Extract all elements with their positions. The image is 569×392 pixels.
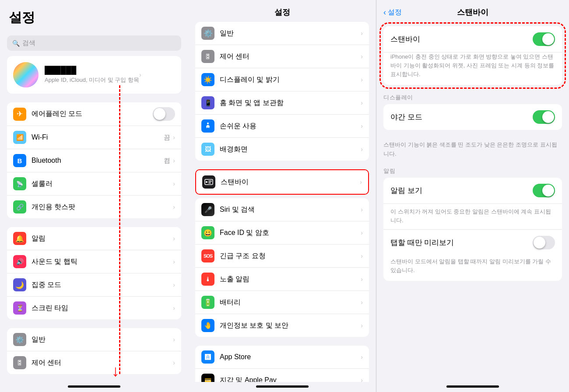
sound-icon: 🔊 (13, 255, 26, 268)
search-icon: 🔍 (12, 40, 20, 47)
alerts-view-label: 알림 보기 (390, 186, 533, 196)
alerts-view-row: 알림 보기 (383, 178, 562, 204)
mid-emergency-item[interactable]: SOS 긴급 구조 요청 › (195, 245, 369, 268)
mid-control-chevron: › (361, 53, 363, 60)
screentime-item[interactable]: ⏳ 스크린 타임 › (7, 297, 181, 319)
mid-privacy-label: 개인정보 보호 및 보안 (220, 321, 361, 330)
general-icon-left: ⚙️ (13, 333, 26, 346)
mid-home-item[interactable]: 📱 홈 화면 및 앱 보관함 › (195, 91, 369, 115)
mid-display-icon: ☀️ (201, 73, 214, 86)
mid-battery-item[interactable]: 🔋 배터리 › (195, 291, 369, 314)
dashed-line (119, 85, 120, 374)
search-bar[interactable]: 🔍 검색 (7, 35, 181, 51)
screentime-label: 스크린 타임 (32, 304, 173, 313)
mid-emergency-label: 긴급 구조 요청 (220, 252, 361, 261)
standby-main-desc: iPhone이 충전 중인 상태로 가로 화면 방향으로 놓여 있으면 스탠바이… (383, 52, 562, 85)
display-section-header: 디스플레이 (376, 85, 569, 104)
general-chevron-left: › (173, 336, 175, 343)
mid-siri-item[interactable]: 🎤 Siri 및 검색 › (195, 198, 369, 221)
general-item-left[interactable]: ⚙️ 일반 › (7, 328, 181, 351)
standby-main-toggle[interactable] (533, 32, 555, 46)
settings-group-3: ⚙️ 일반 › 🎛 제어 센터 › (7, 328, 181, 374)
hotspot-chevron: › (173, 203, 175, 210)
night-mode-toggle[interactable] (533, 110, 555, 124)
notifications-item[interactable]: 🔔 알림 › (7, 227, 181, 250)
wifi-chevron: › (173, 134, 175, 141)
mid-group-3: 🅰 App Store › 💳 지갑 및 Apple Pay › (195, 346, 369, 382)
svg-rect-5 (208, 182, 211, 183)
mid-exposure-item[interactable]: 🌡 노출 알림 › (195, 268, 369, 291)
mid-control-icon: 🎛 (201, 50, 214, 63)
focus-label: 집중 모드 (32, 280, 173, 290)
mid-privacy-icon: 🤚 (201, 319, 214, 332)
mid-exposure-chevron: › (361, 276, 363, 283)
control-center-item-left[interactable]: 🎛 제어 센터 › (7, 351, 181, 374)
profile-item[interactable]: ██████ Apple ID, iCloud, 미디어 및 구입 항목 › (7, 56, 181, 94)
standby-main-section: 스탠바이 iPhone이 충전 중인 상태로 가로 화면 방향으로 놓여 있으면… (383, 26, 562, 85)
wifi-item[interactable]: 📶 Wi-Fi 끔 › (7, 126, 181, 149)
settings-group-2: 🔔 알림 › 🔊 사운드 및 햅틱 › 🌙 집중 모드 › ⏳ 스크린 타임 › (7, 227, 181, 319)
mid-accessibility-item[interactable]: 손쉬운 사용 › (195, 115, 369, 138)
cellular-item[interactable]: 📡 셀룰러 › (7, 172, 181, 196)
notifications-label: 알림 (32, 234, 173, 243)
mid-wallpaper-icon: 🖼 (201, 143, 214, 156)
svg-rect-4 (208, 181, 212, 182)
chevron-icon: › (139, 71, 141, 78)
alerts-section-header: 알림 (376, 158, 569, 178)
hotspot-label: 개인용 핫스팟 (32, 203, 173, 212)
mid-wallpaper-item[interactable]: 🖼 배경화면 › (195, 138, 369, 161)
sound-chevron: › (173, 258, 175, 265)
mid-faceid-item[interactable]: 😀 Face ID 및 암호 › (195, 221, 369, 245)
sound-item[interactable]: 🔊 사운드 및 햅틱 › (7, 250, 181, 273)
airplane-mode-item[interactable]: ✈ 에어플레인 모드 (7, 102, 181, 126)
cellular-chevron: › (173, 180, 175, 187)
wifi-value: 끔 (164, 133, 170, 142)
focus-item[interactable]: 🌙 집중 모드 › (7, 273, 181, 297)
svg-point-1 (207, 122, 209, 124)
mid-display-item[interactable]: ☀️ 디스플레이 및 밝기 › (195, 68, 369, 91)
airplane-toggle[interactable] (153, 107, 175, 121)
mid-wallet-icon: 💳 (201, 374, 214, 382)
mid-general-chevron: › (361, 30, 363, 37)
mid-faceid-label: Face ID 및 암호 (220, 228, 361, 238)
mid-display-chevron: › (361, 76, 363, 83)
notifications-icon: 🔔 (13, 232, 26, 245)
mid-wallet-label: 지갑 및 Apple Pay (220, 376, 361, 382)
mid-wallpaper-label: 배경화면 (220, 145, 361, 154)
back-button[interactable]: ‹ 설정 (383, 8, 402, 17)
bluetooth-value: 켬 (164, 157, 170, 165)
search-input[interactable]: 검색 (22, 39, 35, 47)
mid-wallet-item[interactable]: 💳 지갑 및 Apple Pay › (195, 369, 369, 382)
mid-privacy-item[interactable]: 🤚 개인정보 보호 및 보안 › (195, 314, 369, 337)
right-alerts-group: 알림 보기 이 스위치가 꺼져 있어도 중요한 알림은 스탠바이에 계속 표시됩… (383, 178, 562, 281)
bluetooth-chevron: › (173, 157, 175, 164)
alerts-view-toggle[interactable] (533, 184, 555, 197)
tap-preview-toggle[interactable] (533, 236, 555, 249)
mid-control-item[interactable]: 🎛 제어 센터 › (195, 45, 369, 68)
tap-preview-row: 탭할 때만 미리보기 (383, 229, 562, 256)
standby-toggle-row: 스탠바이 (383, 26, 562, 52)
mid-appstore-item[interactable]: 🅰 App Store › (195, 346, 369, 369)
airplane-label: 에어플레인 모드 (32, 109, 153, 119)
mid-emergency-chevron: › (361, 252, 363, 259)
hotspot-item[interactable]: 🔗 개인용 핫스팟 › (7, 196, 181, 218)
mid-standby-chevron: › (360, 178, 362, 186)
control-center-label-left: 제어 센터 (32, 358, 173, 368)
mid-group-1: ⚙️ 일반 › 🎛 제어 센터 › ☀️ 디스플레이 및 밝기 › 📱 홈 화면… (195, 22, 369, 161)
mid-battery-label: 배터리 (220, 298, 361, 307)
mid-faceid-chevron: › (361, 229, 363, 236)
mid-siri-icon: 🎤 (201, 203, 214, 216)
standby-main-label: 스탠바이 (390, 34, 533, 44)
mid-standby-item-highlighted[interactable]: 스탠바이 › (195, 169, 369, 195)
right-panel-header: ‹ 설정 스탠바이 (376, 0, 569, 22)
home-indicator-left (68, 385, 120, 388)
mid-accessibility-icon (201, 119, 214, 133)
general-label-left: 일반 (32, 335, 173, 344)
profile-subtitle: Apple ID, iCloud, 미디어 및 구입 항목 (45, 76, 139, 84)
bluetooth-item[interactable]: B Bluetooth 켬 › (7, 149, 181, 172)
mid-exposure-label: 노출 알림 (220, 275, 361, 284)
mid-wallet-chevron: › (361, 377, 363, 382)
profile-name: ██████ (45, 66, 139, 75)
mid-general-item[interactable]: ⚙️ 일반 › (195, 22, 369, 45)
tap-preview-label: 탭할 때만 미리보기 (390, 238, 533, 248)
